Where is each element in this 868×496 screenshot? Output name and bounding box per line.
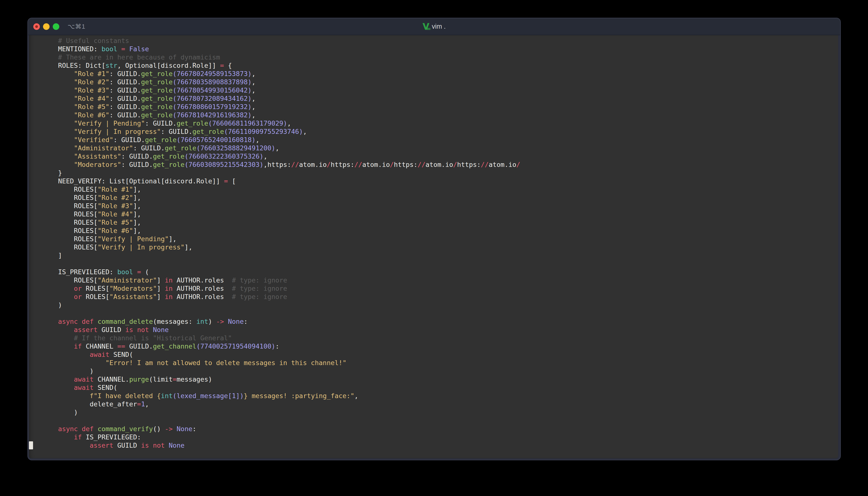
code-token: )	[58, 367, 94, 375]
code-token: async	[58, 318, 78, 325]
code-token	[78, 318, 82, 325]
code-token: not	[153, 441, 165, 449]
desktop: { "window": { "shortcut_label": "⌥⌘1", "…	[0, 0, 868, 496]
code-line	[58, 260, 838, 268]
code-line: "Role #6": GUILD.get_role(76678104291619…	[58, 111, 838, 119]
code-token: get_channel	[153, 342, 196, 350]
code-token: https:	[331, 161, 354, 168]
code-token: : GUILD.	[109, 95, 141, 102]
code-token: ],	[133, 227, 141, 234]
code-line: ROLES["Role #6"],	[58, 227, 838, 235]
titlebar[interactable]: ⌥⌘1 Vim vim .	[28, 18, 840, 35]
code-token: /	[390, 161, 394, 168]
code-line: ROLES["Role #4"],	[58, 210, 838, 218]
code-token: ,	[263, 161, 267, 168]
modified-indicator-icon	[35, 25, 38, 28]
code-line: "Role #1": GUILD.get_role(76678024958915…	[58, 70, 838, 78]
code-token: : GUILD.	[109, 111, 141, 119]
code-line: ROLES["Role #3"],	[58, 202, 838, 210]
code-token: =	[137, 268, 141, 276]
code-token: AUTHOR.roles	[172, 293, 232, 300]
code-line: async def command_verify() -> None:	[58, 425, 838, 433]
code-token	[58, 359, 105, 367]
code-token	[58, 384, 74, 391]
code-token: is	[125, 326, 133, 334]
code-token: def	[82, 425, 94, 433]
code-line: ROLES["Verify | Pending"],	[58, 235, 838, 243]
code-token: atom.io	[299, 161, 327, 168]
code-token: async	[58, 425, 78, 433]
terminal-screen[interactable]: # Useful constantsMENTIONED: bool = Fals…	[29, 35, 838, 458]
code-line: or ROLES["Assistants"] in AUTHOR.roles #…	[58, 293, 838, 301]
code-token: https:	[457, 161, 481, 168]
code-token: )	[208, 318, 216, 325]
code-token: # These are in here because of dynamicis…	[58, 53, 220, 61]
code-token: # Useful constants	[58, 37, 129, 44]
code-token: "Verified"	[74, 136, 113, 143]
code-token: (lexed_message[1])	[172, 392, 244, 400]
code-token: "Verify | Pending"	[98, 235, 169, 243]
code-token: f"I have deleted {	[90, 392, 161, 400]
code-token: "Role #2"	[98, 194, 133, 201]
code-token: ()	[153, 425, 165, 433]
code-token	[58, 103, 74, 110]
code-token: https:	[394, 161, 418, 168]
code-token: :	[193, 425, 196, 433]
code-line	[58, 309, 838, 317]
code-token: None	[177, 425, 193, 433]
code-token	[149, 326, 153, 334]
code-token: atom.io	[426, 161, 453, 168]
code-token: ,	[303, 128, 307, 135]
code-token: ],	[133, 202, 141, 210]
code-token: /	[453, 161, 457, 168]
code-token: (766780249589153873)	[172, 70, 252, 77]
code-token	[117, 45, 121, 53]
zoom-button[interactable]	[53, 23, 59, 30]
minimize-button[interactable]	[43, 23, 49, 30]
code-token: AUTHOR.roles	[172, 276, 232, 284]
code-token	[78, 425, 82, 433]
code-token: GUILD	[98, 326, 125, 334]
close-button[interactable]	[33, 23, 40, 30]
code-token: /	[516, 161, 520, 168]
window-title: Vim vim .	[423, 22, 446, 31]
code-token: "Role #5"	[74, 103, 109, 110]
code-token: (766030895215542303)	[184, 161, 263, 168]
code-token	[58, 285, 74, 292]
code-token: } messages! :partying_face:"	[244, 392, 354, 400]
code-token: # If the channel is "Historical General"	[74, 334, 232, 342]
code-line: "Verified": GUILD.get_role(7660576524001…	[58, 136, 838, 144]
code-token: if	[74, 342, 82, 350]
code-token	[94, 318, 97, 325]
code-token: :	[244, 318, 248, 325]
code-token: in	[165, 285, 173, 292]
code-token: : GUILD.	[133, 144, 165, 152]
code-token	[58, 70, 74, 77]
code-token: in	[165, 293, 173, 300]
code-token: ,	[354, 392, 358, 400]
code-line: "Role #3": GUILD.get_role(76678054993015…	[58, 86, 838, 94]
code-token: /	[326, 161, 331, 168]
code-token: ROLES[	[58, 243, 98, 251]
code-token: "Administrator"	[98, 276, 157, 284]
code-token: ,	[145, 400, 149, 408]
code-line: ROLES["Role #5"],	[58, 218, 838, 227]
code-token: : GUILD.	[113, 136, 145, 143]
vim-cursor	[29, 441, 33, 449]
code-token: : GUILD.	[161, 128, 193, 135]
code-line: or ROLES["Moderators"] in AUTHOR.roles #…	[58, 284, 838, 293]
code-line: "Role #2": GUILD.get_role(76678035890883…	[58, 78, 838, 86]
code-line: if CHANNEL == GUILD.get_channel(77400257…	[58, 342, 838, 351]
code-line: ROLES["Administrator"] in AUTHOR.roles #…	[58, 276, 838, 284]
code-token: IS_PREVILEGED:	[82, 433, 141, 441]
code-token	[149, 441, 153, 449]
code-line: ROLES["Role #2"],	[58, 193, 838, 202]
code-token: "Administrator"	[74, 144, 133, 152]
code-token	[58, 136, 74, 143]
code-token: ,	[252, 70, 256, 77]
code-line: if IS_PREVILEGED:	[58, 433, 838, 441]
code-token: }	[58, 169, 62, 176]
terminal-window: ⌥⌘1 Vim vim . # Useful constantsMENTIONE…	[28, 18, 840, 460]
code-token: # type: ignore	[232, 293, 287, 300]
code-token: None	[228, 318, 244, 325]
